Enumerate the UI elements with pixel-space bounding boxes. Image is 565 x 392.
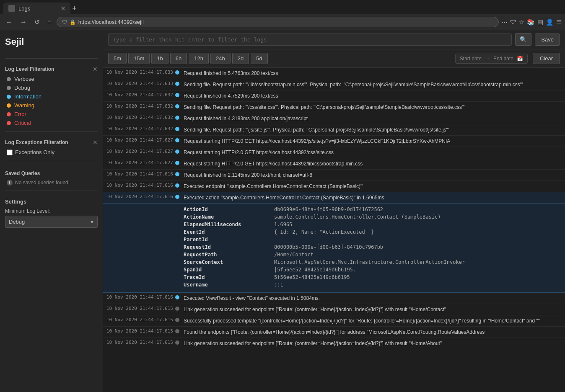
time-btn-2d[interactable]: 2d <box>232 53 249 64</box>
log-message: Request finished in 5.4763ms 200 text/cs… <box>184 69 562 78</box>
log-level-item-information[interactable]: Information <box>5 92 98 101</box>
end-date-placeholder: End date <box>493 56 513 62</box>
tab-title: Logs <box>18 5 30 12</box>
log-entry[interactable]: 10 Nov 2020 21:44:17.627Request starting… <box>103 147 565 158</box>
log-entry[interactable]: 10 Nov 2020 21:44:17.616Executed endpoin… <box>103 181 565 192</box>
log-entry[interactable]: 10 Nov 2020 21:44:17.615Successfully pro… <box>103 315 565 327</box>
reader-mode-icon[interactable]: ▤ <box>537 18 543 26</box>
log-timestamp: 10 Nov 2020 21:44:17.627 <box>106 159 174 165</box>
no-saved-queries-text: No saved queries found! <box>15 180 70 186</box>
log-detail-value: Microsoft.AspNetCore.Mvc.Infrastructure.… <box>274 259 562 266</box>
log-detail-key: ParentId <box>184 236 267 243</box>
log-detail-key: Username <box>184 281 267 288</box>
log-timestamp: 10 Nov 2020 21:44:17.616 <box>106 182 174 188</box>
time-btn-12h[interactable]: 12h <box>189 53 209 64</box>
log-level-item-error[interactable]: Error <box>5 110 98 119</box>
log-level-item-critical[interactable]: Critical <box>5 119 98 127</box>
min-log-level-select[interactable]: VerboseDebugInformationWarningErrorCriti… <box>5 216 98 228</box>
log-timestamp: 10 Nov 2020 21:44:17.627 <box>106 148 174 154</box>
time-btn-24h[interactable]: 24h <box>210 53 231 64</box>
log-entry[interactable]: 10 Nov 2020 21:44:17.615Link generation … <box>103 338 565 349</box>
log-level-dot <box>175 82 179 86</box>
log-level-title: Log Level Filteration <box>5 66 54 72</box>
log-detail-value: db0699e6-48fa-4f05-90b9-0d1741672562 <box>274 206 562 213</box>
log-level-section-header: Log Level Filteration ✕ <box>5 66 98 72</box>
log-detail-value: 1.6965 <box>274 221 562 228</box>
time-btn-5m[interactable]: 5m <box>108 53 127 64</box>
arrow-icon: → <box>485 56 490 62</box>
log-message: Request starting HTTP/2.0 GET https://lo… <box>184 137 562 146</box>
sidebar-divider-1 <box>5 58 98 59</box>
log-entry[interactable]: 10 Nov 2020 21:44:17.633Request finished… <box>103 68 565 79</box>
time-btn-1h[interactable]: 1h <box>151 53 168 64</box>
save-button[interactable]: Save <box>535 34 560 46</box>
log-timestamp: 10 Nov 2020 21:44:17.615 <box>106 339 174 345</box>
log-level-dot <box>175 318 179 322</box>
date-range: Start date → End date 📅 <box>455 54 528 64</box>
log-entry[interactable]: 10 Nov 2020 21:44:17.627Request starting… <box>103 158 565 170</box>
time-btn-5d[interactable]: 5d <box>251 53 267 64</box>
log-entry[interactable]: 10 Nov 2020 21:44:17.616Executed action … <box>103 192 565 204</box>
log-detail-key: SpanId <box>184 266 267 273</box>
log-entry[interactable]: 10 Nov 2020 21:44:17.632Request finished… <box>103 113 565 124</box>
time-btn-6h[interactable]: 6h <box>170 53 187 64</box>
time-btn-15m[interactable]: 15m <box>128 53 150 64</box>
bookmarks-icon[interactable]: 📚 <box>527 18 535 26</box>
log-exceptions-title: Log Exceptions Filteration <box>5 139 68 145</box>
log-entry[interactable]: 10 Nov 2020 21:44:17.616Request finished… <box>103 170 565 181</box>
log-detail-key: SourceContext <box>184 259 267 266</box>
log-entry[interactable]: 10 Nov 2020 21:44:17.616Executed ViewRes… <box>103 293 565 304</box>
log-exceptions-close-button[interactable]: ✕ <box>93 139 98 145</box>
log-level-item-warning[interactable]: Warning <box>5 101 98 110</box>
log-timestamp: 10 Nov 2020 21:44:17.616 <box>106 294 174 300</box>
new-tab-button[interactable]: + <box>72 4 77 13</box>
time-range-bar: 5m15m1h6h12h24h2d5d Start date → End dat… <box>103 49 565 68</box>
exceptions-only-checkbox[interactable] <box>7 150 13 155</box>
log-level-dot <box>175 340 179 345</box>
main-content: 🔍 Save 5m15m1h6h12h24h2d5d Start date → … <box>103 30 565 392</box>
log-message: Request finished in 2.1145ms 200 text/ht… <box>184 170 562 180</box>
home-button[interactable]: ⌂ <box>45 18 54 27</box>
level-dot-critical <box>7 121 11 125</box>
min-log-level-label: Minimum Log Level: <box>5 208 98 214</box>
log-detail-key: ActionName <box>184 214 267 220</box>
log-timestamp: 10 Nov 2020 21:44:17.632 <box>106 114 174 120</box>
start-date-placeholder: Start date <box>460 56 482 62</box>
log-level-dot <box>175 172 179 176</box>
log-message: Executed action "sample.Controllers.Home… <box>184 193 562 202</box>
clear-button[interactable]: Clear <box>533 53 560 64</box>
log-level-item-debug[interactable]: Debug <box>5 83 98 92</box>
forward-button[interactable]: → <box>18 18 29 27</box>
level-label-warning: Warning <box>14 102 34 108</box>
level-label-information: Information <box>14 93 41 100</box>
active-tab[interactable]: Logs ✕ <box>3 3 70 14</box>
log-entry[interactable]: 10 Nov 2020 21:44:17.632Sending file. Re… <box>103 102 565 113</box>
level-dot-verbose <box>7 77 11 81</box>
log-entry[interactable]: 10 Nov 2020 21:44:17.633Sending file. Re… <box>103 79 565 90</box>
log-detail-value: { Id: 2, Name: "ActionExecuted" } <box>274 229 562 235</box>
log-entry[interactable]: 10 Nov 2020 21:44:17.615Link generation … <box>103 304 565 315</box>
account-icon[interactable]: 👤 <box>546 18 554 26</box>
log-level-close-button[interactable]: ✕ <box>93 66 98 72</box>
star-icon[interactable]: ☆ <box>519 18 524 26</box>
log-message: Executed endpoint '"sample.Controllers.H… <box>184 182 562 191</box>
back-button[interactable]: ← <box>3 18 15 27</box>
menu-icon[interactable]: ☰ <box>556 18 562 26</box>
exceptions-only-item[interactable]: Exceptions Only <box>5 148 98 157</box>
filter-input[interactable] <box>108 34 512 46</box>
address-bar[interactable]: 🛡 🔒 https://localhost:44392/sejil <box>57 17 499 27</box>
refresh-button[interactable]: ↺ <box>32 17 42 27</box>
shield-extra-icon: 🛡 <box>510 18 516 26</box>
search-button[interactable]: 🔍 <box>515 33 531 46</box>
log-entry[interactable]: 10 Nov 2020 21:44:17.632Request finished… <box>103 90 565 102</box>
log-level-dot <box>175 70 179 75</box>
log-entry[interactable]: 10 Nov 2020 21:44:17.632Sending file. Re… <box>103 124 565 136</box>
calendar-icon: 📅 <box>517 56 523 62</box>
log-timestamp: 10 Nov 2020 21:44:17.615 <box>106 305 174 311</box>
tab-close-button[interactable]: ✕ <box>61 5 65 12</box>
log-level-dot <box>175 183 179 188</box>
log-entry[interactable]: 10 Nov 2020 21:44:17.627Request starting… <box>103 136 565 147</box>
log-entry-detail: ActionIddb0699e6-48fa-4f05-90b9-0d174167… <box>103 204 565 293</box>
log-entry[interactable]: 10 Nov 2020 21:44:17.615Found the endpoi… <box>103 327 565 338</box>
log-level-item-verbose[interactable]: Verbose <box>5 75 98 83</box>
